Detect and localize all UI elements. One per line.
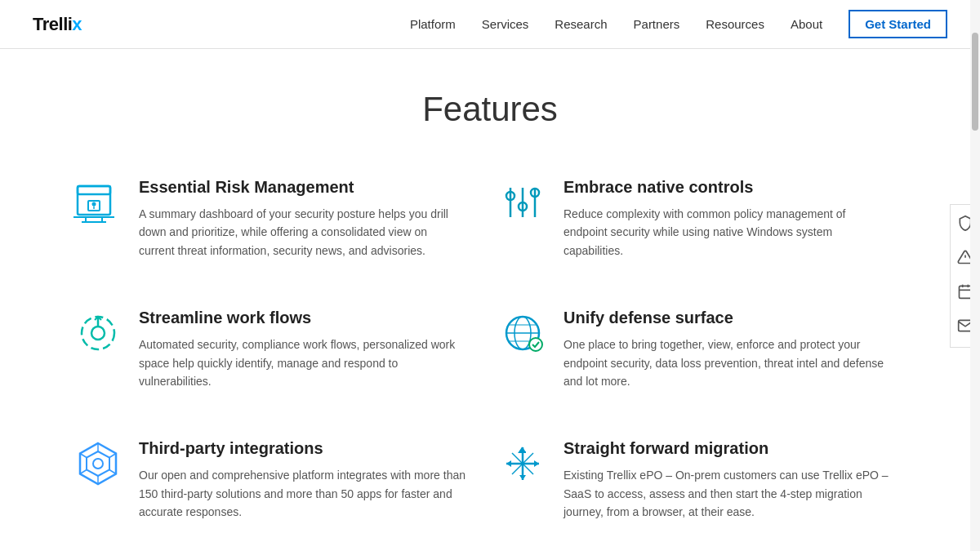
svg-marker-25 bbox=[87, 451, 109, 476]
page-title: Features bbox=[0, 90, 980, 129]
third-party-desc: Our open and comprehensive platform inte… bbox=[139, 466, 466, 521]
nav-about[interactable]: About bbox=[791, 17, 822, 31]
third-party-text: Third-party integrations Our open and co… bbox=[139, 439, 466, 521]
scrollbar[interactable] bbox=[970, 0, 980, 551]
nav-links: Platform Services Research Partners Reso… bbox=[410, 17, 822, 32]
native-controls-desc: Reduce complexity with common policy man… bbox=[564, 205, 890, 260]
nav-platform[interactable]: Platform bbox=[410, 17, 456, 31]
migration-desc: Existing Trellix ePO – On-prem customers… bbox=[564, 466, 890, 521]
streamline-desc: Automated security, compliance work flow… bbox=[139, 335, 466, 390]
migration-text: Straight forward migration Existing Trel… bbox=[564, 439, 890, 521]
unify-text: Unify defense surface One place to bring… bbox=[564, 309, 890, 390]
get-started-button[interactable]: Get Started bbox=[849, 10, 947, 38]
svg-point-23 bbox=[529, 338, 542, 351]
logo[interactable]: Trellix bbox=[33, 14, 82, 35]
essential-risk-text: Essential Risk Management A summary dash… bbox=[139, 178, 466, 260]
svg-marker-39 bbox=[506, 460, 511, 467]
nav-services[interactable]: Services bbox=[482, 17, 529, 31]
svg-marker-38 bbox=[519, 475, 526, 480]
feature-migration: Straight forward migration Existing Trel… bbox=[490, 415, 915, 545]
svg-point-26 bbox=[93, 459, 103, 469]
essential-risk-title: Essential Risk Management bbox=[139, 178, 466, 197]
svg-marker-40 bbox=[534, 460, 539, 467]
feature-native-controls: Embrace native controls Reduce complexit… bbox=[490, 153, 915, 284]
streamline-icon bbox=[74, 309, 122, 358]
migration-icon bbox=[498, 439, 547, 488]
nav-partners[interactable]: Partners bbox=[634, 17, 680, 31]
native-controls-text: Embrace native controls Reduce complexit… bbox=[564, 178, 890, 260]
nav-resources[interactable]: Resources bbox=[706, 17, 764, 31]
migration-title: Straight forward migration bbox=[564, 439, 890, 458]
streamline-text: Streamline work flows Automated security… bbox=[139, 309, 466, 390]
svg-point-16 bbox=[91, 327, 105, 340]
essential-risk-desc: A summary dashboard of your security pos… bbox=[139, 205, 466, 260]
unify-icon bbox=[498, 309, 547, 358]
native-controls-title: Embrace native controls bbox=[564, 178, 890, 197]
feature-third-party: Third-party integrations Our open and co… bbox=[65, 415, 490, 545]
page-title-section: Features bbox=[0, 49, 980, 153]
native-controls-icon bbox=[498, 178, 547, 227]
unify-title: Unify defense surface bbox=[564, 309, 890, 327]
essential-risk-icon bbox=[74, 178, 122, 227]
features-grid: Essential Risk Management A summary dash… bbox=[33, 153, 947, 551]
streamline-title: Streamline work flows bbox=[139, 309, 466, 327]
feature-streamline: Streamline work flows Automated security… bbox=[65, 284, 490, 415]
third-party-icon bbox=[74, 439, 122, 488]
feature-essential-risk: Essential Risk Management A summary dash… bbox=[65, 153, 490, 284]
svg-rect-1 bbox=[78, 186, 110, 194]
unify-desc: One place to bring together, view, enfor… bbox=[564, 335, 890, 390]
feature-unify: Unify defense surface One place to bring… bbox=[490, 284, 915, 415]
svg-point-3 bbox=[92, 202, 96, 207]
third-party-title: Third-party integrations bbox=[139, 439, 466, 458]
navbar: Trellix Platform Services Research Partn… bbox=[0, 0, 980, 49]
nav-research[interactable]: Research bbox=[555, 17, 607, 31]
scrollbar-thumb[interactable] bbox=[972, 33, 978, 131]
